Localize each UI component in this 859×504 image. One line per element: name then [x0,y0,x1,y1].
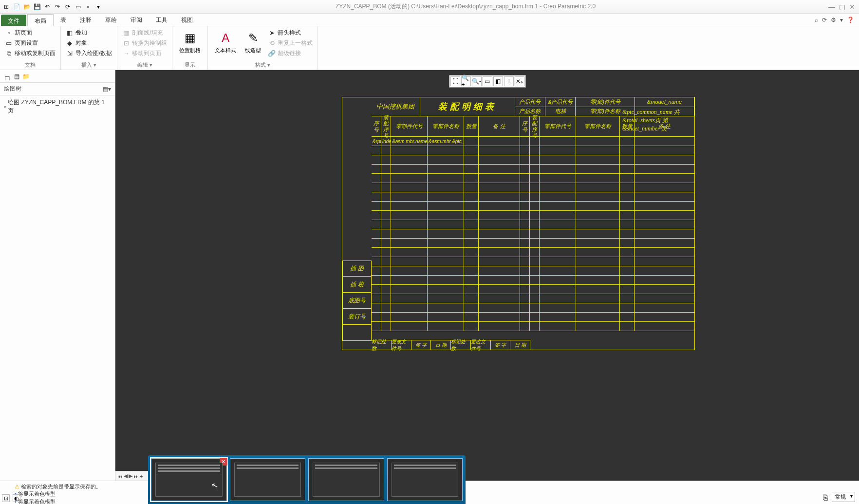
tab-layout[interactable]: 布局 [27,14,54,26]
repeat-icon: ⟲ [268,39,276,47]
table-row: &rptindex&asm.mbr.name&asm.mbr.&ptc_comm… [372,137,694,146]
col-remark: 备 注 [479,116,520,136]
col-qty2: 数量 [620,116,635,136]
help-dropdown-icon[interactable]: ▾ [840,17,843,23]
regen-icon[interactable]: ⟳ [63,2,72,11]
left-label: 底图号 [342,293,372,309]
arrow-style-button[interactable]: ➤箭头样式 [267,28,314,37]
object-button[interactable]: ◆对象 [65,38,113,48]
display-style-icon[interactable]: ◧ [493,76,503,86]
redo-icon[interactable]: ↷ [53,2,62,11]
table-row [372,211,694,220]
overlay-button[interactable]: ◧叠加 [65,28,113,37]
open-icon[interactable]: 📂 [22,2,31,11]
panel-label: 插入 ▾ [65,60,113,69]
zoom-out-icon[interactable]: 🔍- [472,76,482,86]
zoom-fit-icon[interactable]: ⛶ [450,76,460,86]
tab-sketch[interactable]: 草绘 [98,14,124,26]
panel-insert: ◧叠加 ◆对象 ⇲导入绘图/数据 插入 ▾ [61,26,117,70]
folder-icon[interactable]: 📁 [22,73,30,80]
prev-sheet-icon[interactable]: ◀ [124,473,128,479]
table-column-headers: 序号 装配序号 零部件代号 零部件名称 数量 备 注 序号 装配序号 零部件代号… [372,116,694,137]
tree-settings-icon[interactable]: ▤▾ [103,86,111,93]
add-sheet-icon[interactable]: + [140,473,143,479]
col-seq2: 序号 [520,116,530,136]
tab-tools[interactable]: 工具 [149,14,174,26]
new-sheet-button[interactable]: ▫新页面 [4,28,56,37]
table-row [372,239,694,248]
status-tool2-icon[interactable]: ◐ [13,494,20,502]
refresh-icon[interactable]: ⟳ [822,17,827,23]
overlay-icon: ◧ [66,29,74,37]
undo-icon[interactable]: ↶ [43,2,52,11]
selection-filter-icon[interactable]: ⎘ [823,493,828,502]
tree-item-sheet[interactable]: ▫ 绘图 ZYZN_CAPP_BOM.FRM 的第 1 页 [4,98,111,115]
help-icon[interactable]: ❓ [847,17,854,23]
minimize-icon[interactable]: — [828,3,835,11]
signature-row: 标记处数 更改文件号 签 字 日 期 标记处数 更改文件号 签 字 日 期 [372,340,530,350]
prod-code-value: &产品代号 [545,97,575,107]
table-row [372,303,694,313]
table-row [372,248,694,257]
next-sheet-icon[interactable]: ▶ [129,473,132,479]
close-icon[interactable]: ✕ [849,3,855,11]
last-sheet-icon[interactable]: ⏭ [133,473,139,479]
tab-annotate[interactable]: 注释 [73,14,98,26]
page-setup-button[interactable]: ▭页面设置 [4,38,56,48]
left-label: 插 图 [342,261,372,277]
move-icon: → [122,50,130,57]
comp-code-value: &model_name [635,97,694,107]
selection-filter-combo[interactable]: 常规 [832,492,855,502]
sig-cell: 更改文件号 [471,340,491,350]
app-icon[interactable]: ⊞ [2,2,11,11]
save-icon[interactable]: 💾 [33,2,41,11]
grid-button[interactable]: ▦位置删格 [176,28,204,60]
left-label: 插 校 [342,277,372,293]
tab-file[interactable]: 文件 [1,15,26,26]
tree-title: 绘图树 [4,85,21,93]
drawing-canvas[interactable]: ⛶ 🔍+ 🔍- ▭ ◧ ⊥ ✕ₐ 插 图 插 校 底图号 装订号 中国挖机集团 … [115,70,859,481]
tab-table[interactable]: 表 [54,14,73,26]
annotation-icon[interactable]: ✕ₐ [515,76,524,86]
status-tool1-icon[interactable]: ⊡ [2,494,10,502]
tab-view[interactable]: 视图 [174,14,200,26]
window-icon[interactable]: ▭ [74,2,82,11]
link-icon: 🔗 [268,50,276,57]
group-icon: ⊡ [122,39,130,47]
new-icon[interactable]: 📄 [12,2,21,11]
col-asm-seq2: 装配序号 [530,116,540,136]
col-part-name: 零部件名称 [428,116,464,136]
col-qty: 数量 [464,116,479,136]
sig-cell: 标记处数 [451,340,471,350]
tree-icon[interactable]: ┌┐ [3,73,11,80]
import-button[interactable]: ⇲导入绘图/数据 [65,49,113,58]
col-seq: 序号 [372,116,381,136]
tab-review[interactable]: 审阅 [124,14,149,26]
repeat-format-button: ⟲重复上一格式 [267,38,314,48]
first-sheet-icon[interactable]: ⏮ [117,473,123,479]
search-icon[interactable]: ⌕ [815,17,818,23]
repaint-icon[interactable]: ▭ [483,76,492,86]
zoom-in-icon[interactable]: 🔍+ [461,76,471,86]
ribbon: ▫新页面 ▭页面设置 ⧉移动或复制页面 文档 ◧叠加 ◆对象 ⇲导入绘图/数据 … [0,26,859,70]
preview-window-1[interactable]: ✕ [151,458,227,501]
maximize-icon[interactable]: ▢ [839,3,845,11]
table-row [372,192,694,202]
layers-icon[interactable]: ▤ [14,73,19,80]
text-style-button[interactable]: A文本样式 [212,28,239,60]
preview-window-2[interactable] [230,458,306,501]
line-style-button[interactable]: ✎线造型 [242,28,264,60]
preview-window-3[interactable] [308,458,384,501]
qat-menu-icon[interactable]: ▾ [94,2,103,11]
hyperlink-button: 🔗超级链接 [267,49,314,58]
col-asm-seq: 装配序号 [381,116,391,136]
preview-window-4[interactable] [387,458,463,501]
settings-icon[interactable]: ⚙ [831,17,836,23]
panel-label: 显示 [176,60,204,69]
datum-icon[interactable]: ⊥ [504,76,514,86]
text-style-icon: A [218,30,233,46]
move-copy-sheet-button[interactable]: ⧉移动或复制页面 [4,49,56,58]
table-row [372,155,694,165]
close-win-icon[interactable]: ▫ [84,2,93,11]
status-info: 将显示着色模型 [15,490,101,498]
